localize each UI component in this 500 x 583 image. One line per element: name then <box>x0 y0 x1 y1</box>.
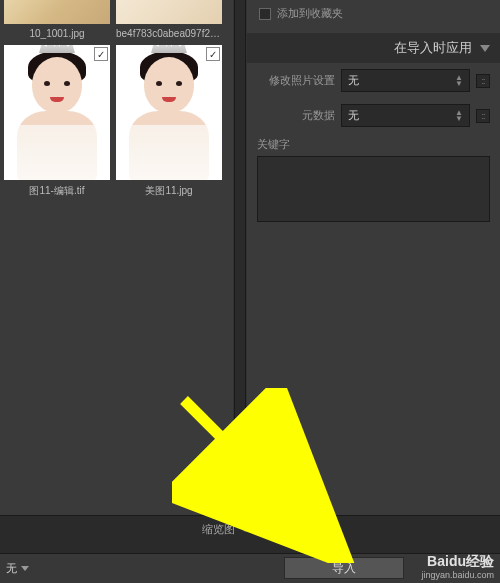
import-button[interactable]: 导入 <box>284 557 404 579</box>
keywords-input[interactable] <box>257 156 490 222</box>
thumbnail-size-slider[interactable] <box>243 528 299 532</box>
thumbnail-panel: 10_1001.jpg be4f783c0abea097f2f84fe0b9c2… <box>0 0 233 515</box>
dropdown-icon <box>21 566 29 571</box>
setting-menu-icon[interactable]: :: <box>476 109 490 123</box>
thumbnail-filename: 图11-编辑.tif <box>29 184 84 198</box>
thumbnail-image <box>116 0 222 24</box>
thumbnail-item[interactable]: ✓ 图11-编辑.tif <box>4 45 110 198</box>
collapse-icon <box>480 45 490 52</box>
preset-label: 无 <box>6 561 17 576</box>
updown-icon: ▲ ▼ <box>455 110 463 121</box>
section-title: 在导入时应用 <box>394 39 472 57</box>
develop-settings-label: 修改照片设置 <box>257 73 335 88</box>
slider-handle[interactable] <box>263 525 271 535</box>
thumbnail-item[interactable]: 10_1001.jpg <box>4 0 110 39</box>
thumbnail-image <box>116 45 222 180</box>
develop-settings-row: 修改照片设置 无 ▲ ▼ :: <box>247 63 500 98</box>
thumbnail-item[interactable]: be4f783c0abea097f2f84fe0b9c23... <box>116 0 222 39</box>
thumbnail-filename: be4f783c0abea097f2f84fe0b9c23... <box>116 28 222 39</box>
add-to-favorites-label: 添加到收藏夹 <box>277 6 343 21</box>
metadata-row: 元数据 无 ▲ ▼ :: <box>247 98 500 133</box>
thumbnail-image <box>4 45 110 180</box>
metadata-dropdown[interactable]: 无 ▲ ▼ <box>341 104 470 127</box>
selection-checkmark-icon[interactable]: ✓ <box>206 47 220 61</box>
develop-settings-dropdown[interactable]: 无 ▲ ▼ <box>341 69 470 92</box>
thumbnail-item[interactable]: ✓ 美图11.jpg <box>116 45 222 198</box>
keywords-label: 关键字 <box>247 133 500 154</box>
preset-selector[interactable]: 无 <box>0 561 29 576</box>
thumbnail-image <box>4 0 110 24</box>
checkbox-icon[interactable] <box>259 8 271 20</box>
apply-on-import-header[interactable]: 在导入时应用 <box>247 33 500 63</box>
thumbnail-filename: 美图11.jpg <box>145 184 192 198</box>
thumbnail-size-label: 缩览图 <box>202 522 235 537</box>
panel-divider[interactable] <box>234 0 246 515</box>
selection-checkmark-icon[interactable]: ✓ <box>94 47 108 61</box>
thumbnail-size-row: 缩览图 <box>0 516 500 541</box>
metadata-label: 元数据 <box>257 108 335 123</box>
thumbnail-filename: 10_1001.jpg <box>29 28 84 39</box>
watermark-sub: jingyan.baidu.com <box>421 570 494 581</box>
updown-icon: ▲ ▼ <box>455 75 463 86</box>
settings-panel: 添加到收藏夹 在导入时应用 修改照片设置 无 ▲ ▼ :: 元数据 无 ▲ ▼ … <box>247 0 500 515</box>
setting-menu-icon[interactable]: :: <box>476 74 490 88</box>
watermark-brand: Baidu经验 <box>421 553 494 570</box>
add-to-favorites-row[interactable]: 添加到收藏夹 <box>247 0 500 27</box>
watermark: Baidu经验 jingyan.baidu.com <box>421 553 494 581</box>
